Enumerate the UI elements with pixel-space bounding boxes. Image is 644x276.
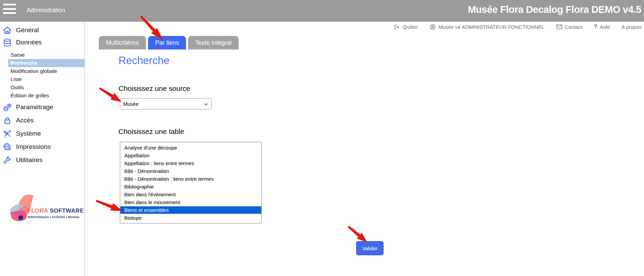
sidebar-item-impressions[interactable]: Impressions bbox=[0, 140, 85, 153]
padlock-icon bbox=[3, 116, 12, 125]
aide-label: Aide bbox=[600, 24, 610, 30]
tab-par-liens[interactable]: Par liens bbox=[148, 36, 186, 50]
sidebar-item-label: Impressions bbox=[16, 143, 51, 151]
chevron-down-icon bbox=[204, 103, 208, 105]
sidebar-item-label: Données bbox=[16, 39, 42, 46]
list-item[interactable]: Bibliographie bbox=[120, 183, 261, 191]
aide-button[interactable]: ? Aide bbox=[594, 23, 610, 30]
sidebar: Général Données Saisie Recherche Modific… bbox=[0, 22, 85, 276]
search-mode-tabs: Multicritères Par liens Texte intégral bbox=[99, 36, 239, 50]
source-label: Choisissez une source bbox=[118, 84, 190, 93]
sidebar-item-acces[interactable]: Accès bbox=[0, 114, 85, 127]
sidebar-item-utilitaires[interactable]: Utilitaires bbox=[0, 154, 85, 166]
question-mark-icon: ? bbox=[594, 23, 597, 30]
window-title: Musée Flora Decalog Flora DEMO v4.5 bbox=[468, 0, 641, 22]
sidebar-item-label: Accès bbox=[16, 117, 34, 124]
sidebar-subitem-modification-globale[interactable]: Modification globale bbox=[0, 67, 85, 75]
flora-software-logo: FLORA SOFTWARE Bibliothèques | Archives … bbox=[0, 193, 85, 225]
sidebar-subitem-edition-de-grilles[interactable]: Édition de grilles bbox=[0, 92, 85, 100]
sidebar-item-label: Système bbox=[16, 130, 41, 137]
source-selected-value: Musée bbox=[123, 101, 139, 107]
logo-dot bbox=[18, 215, 23, 220]
sidebar-subitem-liste[interactable]: Liste bbox=[0, 75, 85, 83]
hamburger-menu-icon[interactable] bbox=[3, 4, 16, 14]
list-item[interactable]: Appellation : liens entre termes bbox=[120, 159, 261, 167]
valider-button[interactable]: Valider bbox=[356, 241, 384, 255]
list-item[interactable]: Biotope bbox=[120, 214, 261, 222]
contact-button[interactable]: Contact bbox=[556, 24, 583, 30]
envelope-icon bbox=[556, 24, 563, 29]
table-label: Choisissez une table bbox=[118, 127, 184, 136]
exit-icon bbox=[394, 24, 400, 30]
sidebar-subitem-saisie[interactable]: Saisie bbox=[0, 51, 85, 59]
sidebar-item-label: Paramétrage bbox=[16, 103, 53, 111]
current-user[interactable]: Musée v4 ADMINISTRATEUR FONCTIONNEL bbox=[429, 24, 544, 30]
donnees-submenu: Saisie Recherche Modification globale Li… bbox=[0, 51, 85, 100]
globe-print-icon bbox=[3, 142, 12, 152]
sidebar-item-label: Utilitaires bbox=[16, 156, 42, 164]
current-user-label: Musée v4 ADMINISTRATEUR FONCTIONNEL bbox=[438, 24, 544, 30]
table-listbox[interactable]: Analyse d'une découpe Appellation Appell… bbox=[120, 142, 262, 223]
brand-tagline: Bibliothèques | Archives | Musées bbox=[28, 215, 79, 219]
contact-label: Contact bbox=[565, 24, 583, 30]
page-title: Recherche bbox=[118, 55, 169, 67]
list-item[interactable]: Bien dans le mouvement bbox=[120, 198, 261, 206]
list-item[interactable]: Bâti - Dénomination bbox=[120, 167, 261, 175]
list-item-clipped[interactable]: Biotope : liens entre termes bbox=[120, 222, 261, 223]
tab-multicriteres[interactable]: Multicritères bbox=[99, 36, 146, 50]
quitter-button[interactable]: Quitter bbox=[394, 24, 418, 30]
tools-icon bbox=[3, 129, 12, 138]
list-item[interactable]: Appellation bbox=[120, 152, 261, 159]
database-icon bbox=[3, 38, 12, 47]
sidebar-subitem-outils[interactable]: Outils bbox=[0, 83, 85, 92]
list-item[interactable]: Bien dans l'évènement bbox=[120, 191, 261, 198]
brand-name: FLORA SOFTWARE bbox=[27, 208, 84, 214]
quitter-label: Quitter bbox=[403, 24, 418, 30]
utility-bar: Quitter Musée v4 ADMINISTRATEUR FONCTION… bbox=[394, 22, 642, 32]
a-propos-label: A propos bbox=[622, 24, 642, 30]
sidebar-item-donnees[interactable]: Données bbox=[0, 36, 85, 49]
tab-texte-integral[interactable]: Texte intégral bbox=[188, 36, 239, 50]
sidebar-item-systeme[interactable]: Système bbox=[0, 127, 85, 140]
sidebar-item-general[interactable]: Général bbox=[0, 24, 85, 37]
wrench-icon bbox=[3, 156, 12, 165]
source-select[interactable]: Musée bbox=[120, 98, 211, 110]
sidebar-item-label: Général bbox=[16, 26, 39, 34]
sidebar-item-parametrage[interactable]: Paramétrage bbox=[0, 101, 85, 114]
gears-icon bbox=[3, 103, 12, 112]
app-title: Administration bbox=[26, 0, 65, 22]
top-bar: Administration Musée Flora Decalog Flora… bbox=[0, 0, 644, 22]
list-item[interactable]: Analyse d'une découpe bbox=[120, 144, 261, 152]
list-item[interactable]: Bâti - Dénomination : liens entre termes bbox=[120, 175, 261, 183]
a-propos-button[interactable]: A propos bbox=[622, 24, 642, 30]
list-item-biens-et-ensembles[interactable]: Biens et ensembles bbox=[120, 206, 261, 214]
home-icon bbox=[3, 26, 12, 35]
user-icon bbox=[429, 24, 436, 30]
sidebar-subitem-recherche[interactable]: Recherche bbox=[8, 59, 85, 67]
